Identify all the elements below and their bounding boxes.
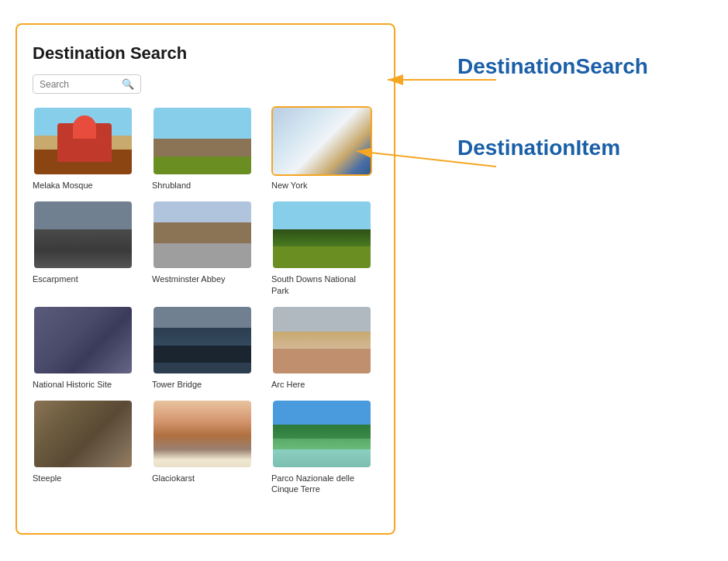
page-container: Destination Search 🔍 Melaka MosqueShrubl… [0, 0, 728, 561]
search-bar[interactable]: 🔍 [33, 74, 141, 94]
destination-label-shrubland: Shrubland [152, 180, 253, 191]
destination-item-steeple[interactable]: Steeple [33, 399, 140, 495]
destination-img-parco-nazionale [273, 401, 372, 469]
destination-item-arc-here[interactable]: Arc Here [271, 305, 378, 390]
destination-item-melaka-mosque[interactable]: Melaka Mosque [33, 106, 140, 191]
destination-label-arc-here: Arc Here [271, 379, 372, 390]
destination-img-south-downs [273, 201, 372, 270]
destination-item-tower-bridge[interactable]: Tower Bridge [152, 305, 259, 390]
destination-item-national-historic-site[interactable]: National Historic Site [33, 305, 140, 390]
destination-img-national-historic-site [34, 307, 133, 375]
destination-img-escarpment [34, 201, 133, 270]
destination-img-glaciokarst [154, 401, 253, 469]
destination-item-new-york[interactable]: New York [271, 106, 378, 191]
annotation-area: DestinationSearch DestinationItem [395, 23, 712, 54]
destination-label-steeple: Steeple [33, 473, 133, 484]
destination-label-tower-bridge: Tower Bridge [152, 379, 253, 390]
annotation-destination-item-label: DestinationItem [457, 136, 620, 160]
destination-img-new-york [273, 108, 372, 176]
destination-label-national-historic-site: National Historic Site [33, 379, 133, 390]
destination-label-parco-nazionale: Parco Nazionale delle Cinque Terre [271, 473, 372, 495]
destination-img-container-escarpment [33, 200, 133, 270]
destination-img-steeple [34, 401, 133, 469]
destination-label-glaciokarst: Glaciokarst [152, 473, 253, 484]
destination-img-tower-bridge [154, 307, 253, 375]
destination-item-parco-nazionale[interactable]: Parco Nazionale delle Cinque Terre [271, 399, 378, 495]
destination-img-container-national-historic-site [33, 305, 133, 375]
destination-label-escarpment: Escarpment [33, 274, 133, 284]
destination-img-container-shrubland [152, 106, 253, 176]
destination-item-escarpment[interactable]: Escarpment [33, 200, 140, 296]
destination-img-container-new-york [271, 106, 372, 176]
search-icon[interactable]: 🔍 [122, 78, 134, 90]
destination-item-south-downs[interactable]: South Downs National Park [271, 200, 378, 296]
destination-img-container-south-downs [271, 200, 372, 270]
destination-label-westminster-abbey: Westminster Abbey [152, 274, 253, 284]
destination-img-container-tower-bridge [152, 305, 253, 375]
annotation-destination-search-label: DestinationSearch [457, 54, 648, 79]
destination-item-westminster-abbey[interactable]: Westminster Abbey [152, 200, 259, 296]
search-input[interactable] [40, 79, 122, 90]
destination-item-shrubland[interactable]: Shrubland [152, 106, 259, 191]
destination-label-south-downs: South Downs National Park [271, 274, 372, 296]
destination-img-container-parco-nazionale [271, 399, 372, 469]
destination-img-arc-here [273, 307, 372, 375]
destination-label-new-york: New York [271, 180, 372, 191]
destination-img-container-westminster-abbey [152, 200, 253, 270]
destination-img-container-glaciokarst [152, 399, 253, 469]
destination-img-shrubland [154, 108, 253, 176]
destinations-grid: Melaka MosqueShrublandNew YorkEscarpment… [33, 106, 378, 495]
destination-label-melaka-mosque: Melaka Mosque [33, 180, 133, 191]
destination-item-glaciokarst[interactable]: Glaciokarst [152, 399, 259, 495]
destination-img-westminster-abbey [154, 201, 253, 270]
destination-img-container-steeple [33, 399, 133, 469]
destination-img-melaka-mosque [34, 108, 133, 176]
destination-img-container-melaka-mosque [33, 106, 133, 176]
destination-search-panel: Destination Search 🔍 Melaka MosqueShrubl… [16, 23, 395, 535]
destination-img-container-arc-here [271, 305, 372, 375]
panel-title: Destination Search [33, 43, 378, 64]
